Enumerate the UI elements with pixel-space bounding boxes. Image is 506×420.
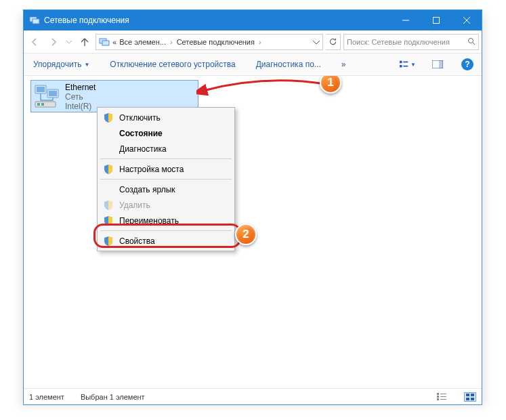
svg-line-9 bbox=[473, 43, 475, 45]
annotation-arrow-1 bbox=[196, 76, 332, 103]
svg-rect-11 bbox=[403, 62, 408, 63]
svg-rect-10 bbox=[400, 61, 402, 64]
breadcrumb-prefix: « bbox=[112, 38, 117, 46]
svg-rect-23 bbox=[437, 393, 439, 395]
forward-button[interactable] bbox=[45, 34, 62, 50]
window-title: Сетевые подключения bbox=[44, 16, 390, 25]
svg-rect-19 bbox=[49, 91, 57, 96]
address-dropdown-icon[interactable] bbox=[313, 39, 320, 45]
chevron-right-icon[interactable]: › bbox=[259, 38, 261, 46]
content-area: Ethernet Сеть Intel(R) Отключить Состоян… bbox=[24, 76, 482, 388]
refresh-button[interactable] bbox=[326, 34, 341, 50]
svg-rect-31 bbox=[466, 398, 469, 400]
adapter-network: Сеть bbox=[65, 92, 96, 102]
search-icon bbox=[467, 37, 476, 47]
maximize-button[interactable] bbox=[421, 10, 451, 30]
preview-pane-button[interactable] bbox=[429, 57, 446, 72]
network-adapter-icon bbox=[34, 83, 61, 110]
details-view-button[interactable] bbox=[436, 392, 448, 402]
help-button[interactable]: ? bbox=[459, 57, 476, 72]
title-bar: Сетевые подключения bbox=[24, 10, 482, 30]
window-network-connections: Сетевые подключения « bbox=[23, 9, 482, 405]
svg-rect-1 bbox=[33, 19, 39, 24]
svg-rect-21 bbox=[37, 103, 40, 106]
separator bbox=[100, 159, 232, 159]
svg-rect-7 bbox=[102, 41, 109, 45]
organize-button[interactable]: Упорядочить ▼ bbox=[29, 57, 93, 72]
svg-rect-12 bbox=[400, 65, 402, 68]
dropdown-icon: ▼ bbox=[84, 62, 89, 68]
large-icons-view-button[interactable] bbox=[464, 392, 476, 402]
view-options-button[interactable]: ▼ bbox=[399, 57, 417, 72]
ctx-delete: Удалить bbox=[99, 197, 233, 213]
control-panel-icon bbox=[99, 37, 110, 47]
breadcrumb-item[interactable]: Все элемен... bbox=[119, 38, 166, 46]
svg-rect-13 bbox=[403, 66, 408, 67]
app-icon bbox=[29, 15, 40, 26]
svg-rect-29 bbox=[466, 394, 469, 396]
status-item-count: 1 элемент bbox=[29, 393, 64, 401]
adapter-device: Intel(R) bbox=[65, 102, 96, 111]
ctx-shortcut[interactable]: Создать ярлык bbox=[99, 182, 233, 197]
address-bar: « Все элемен... › Сетевые подключения › … bbox=[24, 30, 482, 54]
svg-rect-15 bbox=[439, 60, 443, 68]
breadcrumb-item[interactable]: Сетевые подключения bbox=[177, 38, 255, 46]
svg-rect-22 bbox=[41, 103, 44, 106]
diagnose-button[interactable]: Диагностика по... bbox=[252, 57, 325, 72]
command-bar: Упорядочить ▼ Отключение сетевого устрой… bbox=[24, 54, 482, 76]
annotation-box-properties bbox=[93, 224, 241, 248]
svg-rect-24 bbox=[440, 394, 446, 394]
callout-1: 1 bbox=[320, 76, 341, 93]
minimize-button[interactable] bbox=[390, 10, 421, 30]
ctx-disable[interactable]: Отключить bbox=[99, 110, 233, 125]
recent-dropdown[interactable] bbox=[64, 34, 74, 50]
svg-rect-27 bbox=[437, 398, 439, 400]
chevron-right-icon[interactable]: › bbox=[170, 38, 173, 46]
svg-rect-17 bbox=[37, 87, 45, 92]
svg-rect-3 bbox=[433, 18, 439, 24]
callout-2: 2 bbox=[235, 224, 257, 245]
svg-rect-26 bbox=[440, 396, 446, 397]
close-button[interactable] bbox=[451, 10, 482, 30]
svg-rect-32 bbox=[471, 398, 474, 400]
overflow-button[interactable]: » bbox=[337, 57, 350, 72]
shield-icon bbox=[103, 200, 114, 211]
svg-rect-25 bbox=[437, 396, 439, 398]
separator bbox=[100, 179, 232, 180]
up-button[interactable] bbox=[77, 34, 93, 50]
svg-rect-28 bbox=[440, 399, 446, 400]
shield-icon bbox=[103, 164, 114, 175]
breadcrumb-bar[interactable]: « Все элемен... › Сетевые подключения › bbox=[96, 34, 323, 50]
back-button[interactable] bbox=[26, 34, 43, 50]
search-input[interactable]: Поиск: Сетевые подключения bbox=[343, 34, 479, 50]
svg-point-8 bbox=[469, 38, 473, 43]
disable-device-button[interactable]: Отключение сетевого устройства bbox=[106, 57, 239, 72]
search-placeholder: Поиск: Сетевые подключения bbox=[347, 38, 450, 46]
status-bar: 1 элемент Выбран 1 элемент bbox=[24, 388, 482, 404]
status-selected-count: Выбран 1 элемент bbox=[81, 393, 145, 401]
ctx-diagnostics[interactable]: Диагностика bbox=[99, 141, 233, 156]
svg-rect-30 bbox=[471, 394, 474, 396]
shield-icon bbox=[103, 112, 114, 123]
adapter-name: Ethernet bbox=[65, 83, 96, 92]
ctx-status[interactable]: Состояние bbox=[99, 125, 233, 141]
ctx-bridge[interactable]: Настройка моста bbox=[99, 161, 233, 177]
